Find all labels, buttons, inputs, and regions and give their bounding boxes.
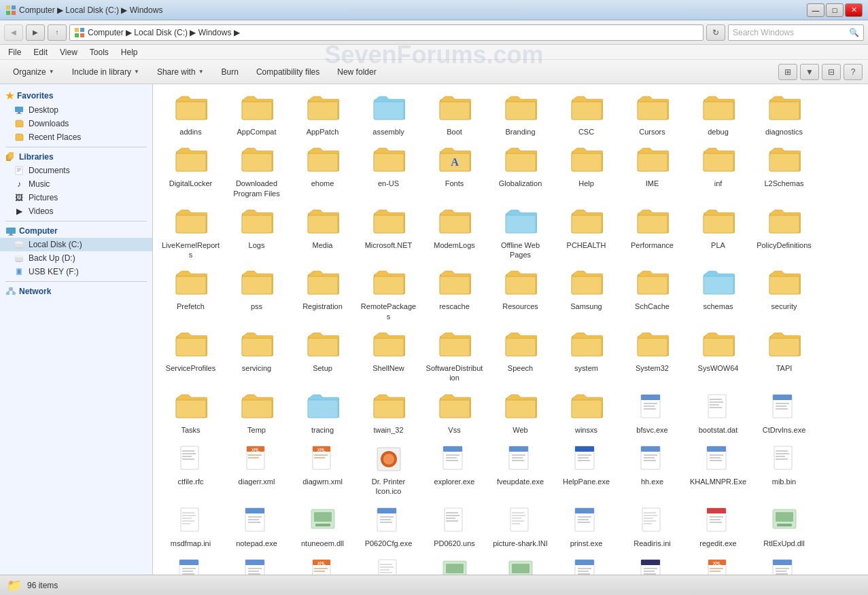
file-item[interactable]: schemas (686, 264, 750, 325)
file-item[interactable]: bootstat.dat (686, 388, 750, 438)
menu-file[interactable]: File (3, 46, 27, 58)
file-item[interactable]: Tasks (158, 388, 223, 438)
file-item[interactable]: LiveKernelReports (158, 203, 223, 264)
file-item[interactable]: splwow64.exe (158, 553, 223, 575)
file-item[interactable]: SysWOW64 (686, 326, 750, 386)
computer-header[interactable]: Computer (0, 224, 152, 238)
file-item[interactable]: en-US (356, 141, 421, 202)
sidebar-item-music[interactable]: ♪ Music (0, 177, 152, 191)
maximize-button[interactable]: □ (826, 3, 844, 17)
file-item[interactable]: explorer.exe (422, 439, 487, 500)
file-item[interactable]: twain.dll (422, 553, 487, 575)
file-item[interactable]: PCHEALTH (554, 203, 619, 264)
burn-button[interactable]: Burn (214, 62, 246, 82)
file-item[interactable]: Media (290, 203, 355, 264)
sidebar-item-pictures[interactable]: 🖼 Pictures (0, 191, 152, 204)
file-item[interactable]: Web (488, 388, 553, 438)
file-item[interactable]: Temp (224, 388, 289, 438)
file-item[interactable]: Globalization (488, 141, 553, 202)
file-item[interactable]: Prefetch (158, 264, 223, 325)
search-box[interactable]: Search Windows 🔍 (728, 24, 864, 41)
file-item[interactable]: Samsung (554, 264, 619, 325)
file-item[interactable]: mib.bin (752, 439, 816, 500)
file-item[interactable]: RemotePackages (356, 264, 421, 325)
compat-button[interactable]: Compatibility files (249, 62, 327, 82)
file-item[interactable]: PD0620.uns (422, 501, 487, 552)
file-item[interactable]: AppCompat (224, 90, 289, 140)
refresh-button[interactable]: ↻ (706, 24, 725, 41)
file-item[interactable]: Help (554, 141, 619, 202)
up-button[interactable]: ↑ (48, 24, 67, 41)
file-item[interactable]: servicing (224, 326, 289, 386)
file-item[interactable]: System32 (620, 326, 684, 386)
file-item[interactable]: system.ini (356, 553, 421, 575)
file-item[interactable]: ServiceProfiles (158, 326, 223, 386)
file-item[interactable]: PolicyDefinitions (752, 203, 816, 264)
organize-button[interactable]: Organize ▼ (5, 62, 62, 82)
file-item[interactable]: assembly (356, 90, 421, 140)
file-item[interactable]: Setup (290, 326, 355, 386)
file-item[interactable]: inf (686, 141, 750, 202)
pane-toggle-button[interactable]: ⊟ (822, 64, 841, 80)
file-item[interactable]: Resources (488, 264, 553, 325)
file-item[interactable]: L2Schemas (752, 141, 816, 202)
view-toggle-button[interactable]: ⊞ (778, 64, 797, 80)
sidebar-item-recent-places[interactable]: Recent Places (0, 130, 152, 144)
share-button[interactable]: Share with ▼ (150, 62, 211, 82)
file-item[interactable]: tracing (290, 388, 355, 438)
address-box[interactable]: Computer ▶ Local Disk (C:) ▶ Windows ▶ (69, 24, 704, 41)
new-folder-button[interactable]: New folder (330, 62, 383, 82)
file-item[interactable]: security (752, 264, 816, 325)
libraries-header[interactable]: Libraries (0, 150, 152, 164)
file-item[interactable]: CSC (554, 90, 619, 140)
file-item[interactable]: pss (224, 264, 289, 325)
file-item[interactable]: Branding (488, 90, 553, 140)
file-item[interactable]: winsxs (554, 388, 619, 438)
back-button[interactable]: ◀ (4, 24, 23, 41)
file-item[interactable]: AppPatch (290, 90, 355, 140)
file-item[interactable]: regedit.exe (686, 501, 750, 552)
file-item[interactable]: HelpPane.exe (554, 439, 619, 500)
file-item[interactable]: Logs (224, 203, 289, 264)
file-item[interactable]: Wiainst.exe (752, 553, 816, 575)
favorites-header[interactable]: ★ Favorites (0, 88, 152, 103)
file-item[interactable]: XML Ultimate.xml (686, 553, 750, 575)
file-item[interactable]: XML diagwrn.xml (290, 439, 355, 500)
menu-edit[interactable]: Edit (28, 46, 53, 58)
minimize-button[interactable]: — (807, 3, 824, 17)
file-item[interactable]: Performance (620, 203, 684, 264)
file-item[interactable]: Cursors (620, 90, 684, 140)
file-item[interactable]: picture-shark.INI (488, 501, 553, 552)
sidebar-item-backup-d[interactable]: Back Up (D:) (0, 251, 152, 265)
file-item[interactable]: P0620Cfg.exe (356, 501, 421, 552)
file-item[interactable]: Dr. Printer Icon.ico (356, 439, 421, 500)
file-item[interactable]: addins (158, 90, 223, 140)
file-item[interactable]: SchCache (620, 264, 684, 325)
file-item[interactable]: msdfmap.ini (158, 501, 223, 552)
file-item[interactable]: Offline Web Pages (488, 203, 553, 264)
file-item[interactable]: system (554, 326, 619, 386)
file-item[interactable]: ntuneoem.dll (290, 501, 355, 552)
sidebar-item-videos[interactable]: ▶ Videos (0, 204, 152, 218)
file-item[interactable]: ShellNew (356, 326, 421, 386)
file-item[interactable]: Registration (290, 264, 355, 325)
file-item[interactable]: TAPI (752, 326, 816, 386)
file-item[interactable]: ctfile.rfc (158, 439, 223, 500)
sidebar-item-usb-f[interactable]: USB KEY (F:) (0, 265, 152, 278)
menu-tools[interactable]: Tools (84, 46, 114, 58)
file-item[interactable]: CtDrvIns.exe (752, 388, 816, 438)
sidebar-item-downloads[interactable]: Downloads (0, 117, 152, 130)
file-item[interactable]: DigitalLocker (158, 141, 223, 202)
file-item[interactable]: twain_32.dll (488, 553, 553, 575)
network-header[interactable]: Network (0, 285, 152, 298)
file-item[interactable]: PLA (686, 203, 750, 264)
file-item[interactable]: SoftwareDistribution (422, 326, 487, 386)
file-item[interactable]: RtlExUpd.dll (752, 501, 816, 552)
file-item[interactable]: prinst.exe (554, 501, 619, 552)
help-button[interactable]: ? (844, 64, 863, 80)
file-item[interactable]: rescache (422, 264, 487, 325)
file-item[interactable]: XML diagerr.xml (224, 439, 289, 500)
menu-view[interactable]: View (54, 46, 83, 58)
close-button[interactable]: ✕ (845, 3, 863, 17)
file-item[interactable]: bfsvc.exe (620, 388, 684, 438)
